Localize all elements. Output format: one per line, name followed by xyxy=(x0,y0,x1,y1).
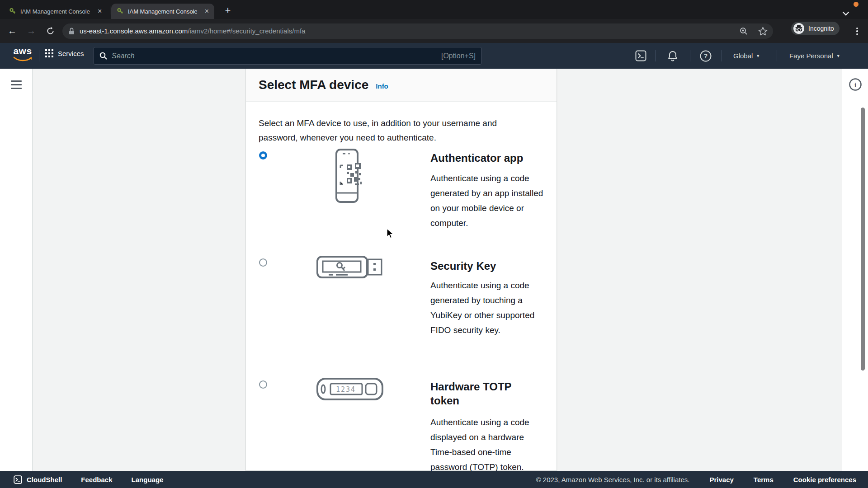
hardware-totp-token-icon: 1234 xyxy=(316,377,384,401)
language-link[interactable]: Language xyxy=(132,476,164,483)
option-title-security-key: Security Key xyxy=(430,259,530,273)
browser-tab-2-active[interactable]: IAM Management Console × xyxy=(111,4,214,19)
account-label: Faye Personal xyxy=(789,52,833,60)
radio-security-key[interactable] xyxy=(259,258,267,267)
aws-smile-icon xyxy=(13,56,33,62)
terms-link[interactable]: Terms xyxy=(754,476,774,483)
new-tab-button[interactable]: + xyxy=(221,4,235,18)
search-shortcut: [Option+S] xyxy=(441,52,476,60)
incognito-badge[interactable]: Incognito xyxy=(791,22,840,35)
question-circle-icon: ? xyxy=(700,50,712,62)
tab-close-icon[interactable]: × xyxy=(205,7,209,15)
incognito-label: Incognito xyxy=(808,25,834,32)
cloudshell-label: CloudShell xyxy=(27,476,62,483)
services-grid-icon xyxy=(45,49,53,57)
option-desc-hardware-totp-token: Authenticate using a code displayed on a… xyxy=(430,415,546,474)
svg-text:?: ? xyxy=(704,52,708,60)
token-display-digits: 1234 xyxy=(336,385,356,394)
iam-key-favicon xyxy=(117,8,124,15)
browser-menu-icon[interactable] xyxy=(853,23,862,39)
incognito-avatar-icon xyxy=(793,23,805,34)
authenticator-app-phone-qr-icon xyxy=(330,148,367,203)
mouse-cursor xyxy=(387,228,395,239)
profile-notification-dot xyxy=(854,2,859,7)
page-title: Select MFA device xyxy=(259,78,368,92)
tab-title: IAM Management Console xyxy=(128,8,197,15)
address-bar[interactable]: us-east-1.console.aws.amazon.com/iamv2/h… xyxy=(62,23,773,39)
browser-toolbar: ← → us-east-1.console.aws.amazon.com/iam… xyxy=(0,19,868,43)
cloudshell-nav-button[interactable] xyxy=(635,43,646,69)
chevron-down-icon: ▼ xyxy=(756,54,760,58)
reload-button[interactable] xyxy=(42,23,58,39)
mfa-intro-text: Select an MFA device to use, in addition… xyxy=(259,116,530,145)
account-menu[interactable]: Faye Personal ▼ xyxy=(789,43,840,69)
region-selector[interactable]: Global ▼ xyxy=(733,43,760,69)
cloudshell-terminal-icon xyxy=(14,475,22,484)
tab-divider xyxy=(110,6,110,14)
option-title-authenticator-app: Authenticator app xyxy=(430,151,530,165)
search-icon xyxy=(99,52,107,60)
url-path: /iamv2/home#/security_credentials/mfa xyxy=(188,27,305,35)
page-scrollbar-thumb[interactable] xyxy=(861,108,865,371)
svg-text:i: i xyxy=(854,81,856,89)
bell-icon xyxy=(667,50,678,61)
security-key-usb-icon xyxy=(316,253,383,281)
tab-close-icon[interactable]: × xyxy=(98,7,102,15)
search-placeholder: Search xyxy=(112,52,441,60)
footer-cloudshell-button[interactable]: CloudShell xyxy=(14,475,62,484)
zoom-icon[interactable] xyxy=(739,27,748,36)
bookmark-star-icon[interactable] xyxy=(758,27,768,36)
cloudshell-terminal-icon xyxy=(635,50,646,61)
radio-hardware-totp-token[interactable] xyxy=(259,380,267,389)
browser-tab-strip: IAM Management Console × IAM Management … xyxy=(0,0,868,19)
reload-icon xyxy=(46,27,55,35)
radio-authenticator-app[interactable] xyxy=(259,151,267,160)
select-mfa-device-card: Select MFA device Info Select an MFA dev… xyxy=(245,69,557,471)
card-header: Select MFA device Info xyxy=(246,69,557,102)
url-host: us-east-1.console.aws.amazon.com xyxy=(80,27,188,35)
privacy-link[interactable]: Privacy xyxy=(709,476,733,483)
option-desc-authenticator-app: Authenticate using a code generated by a… xyxy=(430,171,546,230)
console-content-area: Select MFA device Info Select an MFA dev… xyxy=(0,69,868,471)
chevron-down-icon: ▼ xyxy=(836,54,840,58)
left-sidebar-rail xyxy=(0,69,33,471)
region-label: Global xyxy=(733,52,753,60)
services-label: Services xyxy=(58,50,84,57)
info-link[interactable]: Info xyxy=(376,82,388,90)
back-button[interactable]: ← xyxy=(5,23,20,39)
tab-search-chevron-icon[interactable] xyxy=(842,11,850,16)
cookie-preferences-link[interactable]: Cookie preferences xyxy=(793,476,856,483)
info-panel-icon[interactable]: i xyxy=(849,78,862,91)
aws-footer: CloudShell Feedback Language © 2023, Ama… xyxy=(0,471,868,488)
aws-logo[interactable]: aws xyxy=(12,47,33,64)
aws-search-box[interactable]: Search [Option+S] xyxy=(94,47,481,65)
forward-button[interactable]: → xyxy=(24,23,39,39)
iam-key-favicon xyxy=(9,8,16,15)
copyright-text: © 2023, Amazon Web Services, Inc. or its… xyxy=(536,476,690,483)
aws-logo-text: aws xyxy=(12,47,33,56)
help-button[interactable]: ? xyxy=(700,43,712,69)
notifications-button[interactable] xyxy=(667,43,678,69)
hamburger-menu-icon[interactable] xyxy=(11,80,22,91)
tab-title: IAM Management Console xyxy=(20,8,90,15)
services-menu[interactable]: Services xyxy=(45,49,84,57)
lock-icon xyxy=(69,28,75,35)
browser-tab-1[interactable]: IAM Management Console × xyxy=(4,4,109,19)
option-title-hardware-totp-token: Hardware TOTP token xyxy=(430,380,530,408)
aws-top-nav: aws Services Search [Option+S] xyxy=(0,43,868,69)
option-desc-security-key: Authenticate using a code generated by t… xyxy=(430,278,546,338)
feedback-link[interactable]: Feedback xyxy=(81,476,112,483)
